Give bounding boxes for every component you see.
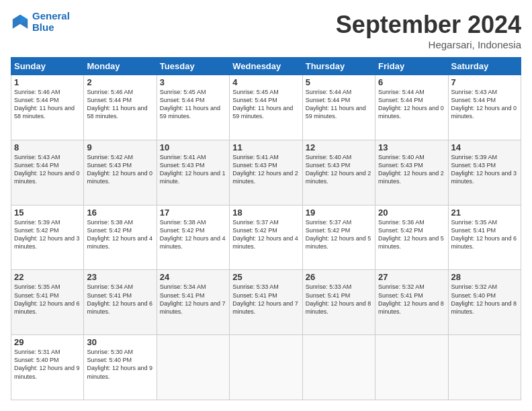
calendar-header-row: Sunday Monday Tuesday Wednesday Thursday… xyxy=(11,58,521,75)
day-info: Sunrise: 5:32 AMSunset: 5:41 PMDaylight:… xyxy=(378,283,445,316)
table-row: 15 Sunrise: 5:39 AMSunset: 5:42 PMDaylig… xyxy=(11,205,84,270)
day-info: Sunrise: 5:37 AMSunset: 5:42 PMDaylight:… xyxy=(232,218,299,251)
table-row xyxy=(375,335,448,400)
calendar-table: Sunday Monday Tuesday Wednesday Thursday… xyxy=(11,57,521,400)
day-number: 14 xyxy=(451,142,518,152)
table-row: 2 Sunrise: 5:46 AMSunset: 5:44 PMDayligh… xyxy=(84,75,157,140)
table-row: 13 Sunrise: 5:40 AMSunset: 5:43 PMDaylig… xyxy=(375,140,448,205)
day-number: 19 xyxy=(306,208,372,218)
header: General Blue September 2024 Hegarsari, I… xyxy=(11,11,521,50)
calendar-week-row: 1 Sunrise: 5:46 AMSunset: 5:44 PMDayligh… xyxy=(11,75,521,140)
month-title: September 2024 xyxy=(336,11,521,39)
day-number: 5 xyxy=(306,77,372,87)
day-number: 3 xyxy=(160,77,226,87)
day-info: Sunrise: 5:33 AMSunset: 5:41 PMDaylight:… xyxy=(232,283,299,316)
day-info: Sunrise: 5:34 AMSunset: 5:41 PMDaylight:… xyxy=(87,283,153,316)
day-info: Sunrise: 5:39 AMSunset: 5:43 PMDaylight:… xyxy=(451,153,518,186)
day-number: 22 xyxy=(14,272,81,282)
table-row: 25 Sunrise: 5:33 AMSunset: 5:41 PMDaylig… xyxy=(230,270,302,335)
table-row: 14 Sunrise: 5:39 AMSunset: 5:43 PMDaylig… xyxy=(448,140,521,205)
col-saturday: Saturday xyxy=(448,58,521,75)
day-info: Sunrise: 5:46 AMSunset: 5:44 PMDaylight:… xyxy=(87,88,153,121)
day-info: Sunrise: 5:35 AMSunset: 5:41 PMDaylight:… xyxy=(451,218,518,251)
day-number: 26 xyxy=(306,272,372,282)
location: Hegarsari, Indonesia xyxy=(336,39,521,50)
table-row: 12 Sunrise: 5:40 AMSunset: 5:43 PMDaylig… xyxy=(302,140,375,205)
day-number: 20 xyxy=(378,208,445,218)
day-info: Sunrise: 5:30 AMSunset: 5:40 PMDaylight:… xyxy=(87,348,153,381)
day-info: Sunrise: 5:39 AMSunset: 5:42 PMDaylight:… xyxy=(14,218,81,251)
day-number: 4 xyxy=(232,77,299,87)
day-info: Sunrise: 5:40 AMSunset: 5:43 PMDaylight:… xyxy=(378,153,445,186)
day-number: 9 xyxy=(87,142,153,152)
table-row: 11 Sunrise: 5:41 AMSunset: 5:43 PMDaylig… xyxy=(230,140,302,205)
table-row: 23 Sunrise: 5:34 AMSunset: 5:41 PMDaylig… xyxy=(84,270,157,335)
day-number: 25 xyxy=(232,272,299,282)
table-row xyxy=(157,335,229,400)
table-row: 4 Sunrise: 5:45 AMSunset: 5:44 PMDayligh… xyxy=(230,75,302,140)
day-number: 6 xyxy=(378,77,445,87)
day-info: Sunrise: 5:42 AMSunset: 5:43 PMDaylight:… xyxy=(87,153,153,186)
logo: General Blue xyxy=(11,11,70,33)
day-number: 27 xyxy=(378,272,445,282)
table-row: 1 Sunrise: 5:46 AMSunset: 5:44 PMDayligh… xyxy=(11,75,84,140)
day-info: Sunrise: 5:43 AMSunset: 5:44 PMDaylight:… xyxy=(451,88,518,121)
day-number: 16 xyxy=(87,208,153,218)
day-number: 8 xyxy=(14,142,81,152)
day-number: 10 xyxy=(160,142,226,152)
day-info: Sunrise: 5:33 AMSunset: 5:41 PMDaylight:… xyxy=(306,283,372,316)
table-row: 20 Sunrise: 5:36 AMSunset: 5:42 PMDaylig… xyxy=(375,205,448,270)
day-number: 1 xyxy=(14,77,81,87)
day-number: 21 xyxy=(451,208,518,218)
day-info: Sunrise: 5:37 AMSunset: 5:42 PMDaylight:… xyxy=(306,218,372,251)
title-block: September 2024 Hegarsari, Indonesia xyxy=(336,11,521,50)
table-row: 9 Sunrise: 5:42 AMSunset: 5:43 PMDayligh… xyxy=(84,140,157,205)
day-info: Sunrise: 5:34 AMSunset: 5:41 PMDaylight:… xyxy=(160,283,226,316)
table-row: 16 Sunrise: 5:38 AMSunset: 5:42 PMDaylig… xyxy=(84,205,157,270)
table-row: 17 Sunrise: 5:38 AMSunset: 5:42 PMDaylig… xyxy=(157,205,229,270)
table-row: 7 Sunrise: 5:43 AMSunset: 5:44 PMDayligh… xyxy=(448,75,521,140)
col-wednesday: Wednesday xyxy=(230,58,302,75)
calendar-week-row: 22 Sunrise: 5:35 AMSunset: 5:41 PMDaylig… xyxy=(11,270,521,335)
col-friday: Friday xyxy=(375,58,448,75)
day-info: Sunrise: 5:32 AMSunset: 5:40 PMDaylight:… xyxy=(451,283,518,316)
table-row: 18 Sunrise: 5:37 AMSunset: 5:42 PMDaylig… xyxy=(230,205,302,270)
day-info: Sunrise: 5:45 AMSunset: 5:44 PMDaylight:… xyxy=(160,88,226,121)
day-info: Sunrise: 5:41 AMSunset: 5:43 PMDaylight:… xyxy=(232,153,299,186)
table-row: 19 Sunrise: 5:37 AMSunset: 5:42 PMDaylig… xyxy=(302,205,375,270)
day-number: 2 xyxy=(87,77,153,87)
col-thursday: Thursday xyxy=(302,58,375,75)
day-number: 23 xyxy=(87,272,153,282)
day-info: Sunrise: 5:44 AMSunset: 5:44 PMDaylight:… xyxy=(306,88,372,121)
table-row: 10 Sunrise: 5:41 AMSunset: 5:43 PMDaylig… xyxy=(157,140,229,205)
day-info: Sunrise: 5:45 AMSunset: 5:44 PMDaylight:… xyxy=(232,88,299,121)
col-tuesday: Tuesday xyxy=(157,58,229,75)
day-number: 12 xyxy=(306,142,372,152)
day-info: Sunrise: 5:38 AMSunset: 5:42 PMDaylight:… xyxy=(87,218,153,251)
day-number: 13 xyxy=(378,142,445,152)
day-info: Sunrise: 5:36 AMSunset: 5:42 PMDaylight:… xyxy=(378,218,445,251)
table-row: 27 Sunrise: 5:32 AMSunset: 5:41 PMDaylig… xyxy=(375,270,448,335)
logo-icon xyxy=(11,13,30,32)
table-row: 5 Sunrise: 5:44 AMSunset: 5:44 PMDayligh… xyxy=(302,75,375,140)
table-row: 22 Sunrise: 5:35 AMSunset: 5:41 PMDaylig… xyxy=(11,270,84,335)
table-row: 3 Sunrise: 5:45 AMSunset: 5:44 PMDayligh… xyxy=(157,75,229,140)
day-info: Sunrise: 5:43 AMSunset: 5:44 PMDaylight:… xyxy=(14,153,81,186)
day-number: 29 xyxy=(14,337,81,347)
calendar-week-row: 8 Sunrise: 5:43 AMSunset: 5:44 PMDayligh… xyxy=(11,140,521,205)
day-info: Sunrise: 5:35 AMSunset: 5:41 PMDaylight:… xyxy=(14,283,81,316)
table-row: 29 Sunrise: 5:31 AMSunset: 5:40 PMDaylig… xyxy=(11,335,84,400)
table-row: 26 Sunrise: 5:33 AMSunset: 5:41 PMDaylig… xyxy=(302,270,375,335)
day-number: 18 xyxy=(232,208,299,218)
table-row: 6 Sunrise: 5:44 AMSunset: 5:44 PMDayligh… xyxy=(375,75,448,140)
calendar-week-row: 29 Sunrise: 5:31 AMSunset: 5:40 PMDaylig… xyxy=(11,335,521,400)
table-row: 24 Sunrise: 5:34 AMSunset: 5:41 PMDaylig… xyxy=(157,270,229,335)
col-sunday: Sunday xyxy=(11,58,84,75)
table-row: 28 Sunrise: 5:32 AMSunset: 5:40 PMDaylig… xyxy=(448,270,521,335)
day-number: 7 xyxy=(451,77,518,87)
table-row: 21 Sunrise: 5:35 AMSunset: 5:41 PMDaylig… xyxy=(448,205,521,270)
day-info: Sunrise: 5:31 AMSunset: 5:40 PMDaylight:… xyxy=(14,348,81,381)
day-number: 15 xyxy=(14,208,81,218)
calendar-week-row: 15 Sunrise: 5:39 AMSunset: 5:42 PMDaylig… xyxy=(11,205,521,270)
logo-text: General Blue xyxy=(32,11,70,33)
